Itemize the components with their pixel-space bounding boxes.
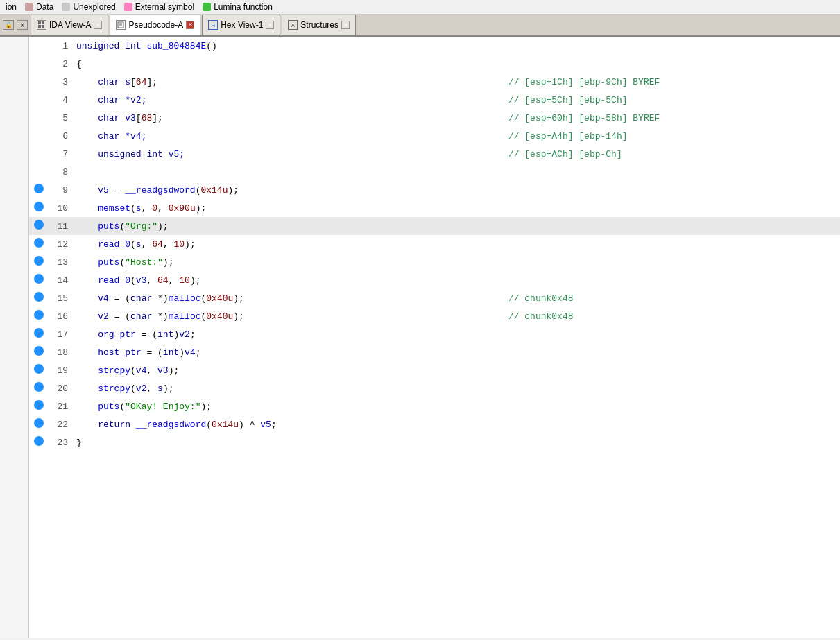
win-btn-close[interactable]: ✕ (17, 20, 28, 30)
code-token: ( (130, 383, 136, 394)
bp-cell[interactable] (29, 127, 49, 145)
code-token: } (76, 438, 82, 448)
svg-rect-0 (38, 21, 41, 24)
bp-cell[interactable] (29, 217, 49, 235)
code-cell[interactable]: { (74, 55, 481, 73)
tab-close-struct[interactable]: ✕ (341, 21, 350, 29)
tab-structures[interactable]: A Structures ✕ (282, 15, 356, 35)
breakpoint-dot (34, 346, 44, 356)
table-row: 3 char s[64];// [esp+1Ch] [ebp-9Ch] BYRE… (29, 73, 840, 91)
bp-cell[interactable] (29, 433, 49, 451)
code-token: s (136, 203, 142, 214)
code-token (76, 257, 98, 268)
bp-cell[interactable] (29, 37, 49, 55)
tab-close-hex[interactable]: ✕ (266, 21, 274, 29)
code-cell[interactable]: org_ptr = (int)v2; (74, 325, 481, 343)
code-cell[interactable]: char v3[68]; (74, 109, 481, 127)
bp-cell[interactable] (29, 253, 49, 271)
code-cell[interactable]: puts("Org:"); (74, 217, 481, 235)
code-token: ( (130, 275, 136, 286)
code-cell[interactable]: strcpy(v4, v3); (74, 361, 481, 379)
bp-cell[interactable] (29, 307, 49, 325)
code-cell[interactable]: host_ptr = (int)v4; (74, 343, 481, 361)
code-token: ); (190, 275, 201, 286)
code-token: __readgsdword (136, 420, 206, 430)
bp-cell[interactable] (29, 55, 49, 73)
line-number: 3 (49, 73, 74, 91)
bp-cell[interactable] (29, 91, 49, 109)
code-cell[interactable]: v2 = (char *)malloc(0x40u); (74, 307, 481, 325)
bp-cell[interactable] (29, 343, 49, 361)
tab-ida-view-a[interactable]: IDA View-A ✕ (31, 15, 108, 35)
code-cell[interactable]: puts("OKay! Enjoy:"); (74, 397, 481, 415)
bp-cell[interactable] (29, 397, 49, 415)
code-cell[interactable]: char s[64]; (74, 73, 481, 91)
table-row: 8 (29, 163, 840, 181)
code-token: ( (130, 239, 136, 250)
bp-cell[interactable] (29, 163, 49, 181)
code-token: ( (206, 420, 212, 430)
code-token (76, 293, 98, 304)
bp-cell[interactable] (29, 235, 49, 253)
code-cell[interactable] (74, 163, 481, 181)
code-token (76, 239, 98, 250)
code-cell[interactable]: } (74, 433, 481, 451)
bp-cell[interactable] (29, 361, 49, 379)
code-area[interactable]: 1unsigned int sub_804884E()2{3 char s[64… (29, 37, 840, 638)
bp-cell[interactable] (29, 199, 49, 217)
code-comment: // chunk0x48 (481, 289, 840, 307)
code-cell[interactable]: v4 = (char *)malloc(0x40u); (74, 289, 481, 307)
code-cell[interactable]: v5 = __readgsdword(0x14u); (74, 181, 481, 199)
legend-text-lumina: Lumina function (214, 2, 273, 12)
code-token: 68 (142, 113, 153, 123)
bp-cell[interactable] (29, 325, 49, 343)
bp-cell[interactable] (29, 145, 49, 163)
code-token: 64 (157, 275, 169, 286)
table-row: 1unsigned int sub_804884E() (29, 37, 840, 55)
code-token: ; (271, 420, 277, 430)
win-btn-lock[interactable]: 🔒 (3, 20, 14, 30)
bp-cell[interactable] (29, 73, 49, 91)
bp-cell[interactable] (29, 289, 49, 307)
code-cell[interactable]: return __readgsdword(0x14u) ^ v5; (74, 415, 481, 433)
code-cell[interactable]: puts("Host:"); (74, 253, 481, 271)
tab-close-pseudo[interactable]: ✕ (186, 21, 194, 29)
bp-cell[interactable] (29, 415, 49, 433)
code-token: v3 (157, 365, 169, 376)
code-token: v5; (163, 149, 185, 159)
code-token: ); (169, 365, 180, 376)
breakpoint-dot (34, 238, 44, 248)
bp-cell[interactable] (29, 379, 49, 397)
code-token (76, 95, 98, 105)
tab-pseudocode-a[interactable]: Pseudocode-A ✕ (110, 15, 200, 35)
code-cell[interactable]: read_0(v3, 64, 10); (74, 271, 481, 289)
code-token: v5 (260, 420, 271, 430)
code-cell[interactable]: unsigned int sub_804884E() (74, 37, 481, 55)
code-token (76, 401, 98, 412)
line-number: 18 (49, 343, 74, 361)
code-cell[interactable]: memset(s, 0, 0x90u); (74, 199, 481, 217)
bp-cell[interactable] (29, 109, 49, 127)
code-cell[interactable]: strcpy(v2, s); (74, 379, 481, 397)
code-cell[interactable]: unsigned int v5; (74, 145, 481, 163)
line-number: 19 (49, 361, 74, 379)
code-token: ( (130, 365, 136, 376)
tab-hex-view-1[interactable]: H Hex View-1 ✕ (202, 15, 280, 35)
code-token: char (130, 311, 152, 322)
bp-cell[interactable] (29, 181, 49, 199)
code-token: = ( (109, 311, 130, 322)
code-token: ); (196, 203, 207, 214)
empty-cell (481, 361, 840, 379)
bp-cell[interactable] (29, 271, 49, 289)
code-token: [ (136, 113, 142, 123)
code-cell[interactable]: char *v2; (74, 91, 481, 109)
code-token: { (76, 59, 82, 69)
tab-close-ida[interactable]: ✕ (94, 21, 102, 29)
code-token: [ (130, 77, 136, 87)
empty-cell (481, 199, 840, 217)
code-token: host_ptr (98, 347, 141, 358)
code-token: ) ^ (239, 420, 260, 430)
code-cell[interactable]: read_0(s, 64, 10); (74, 235, 481, 253)
code-token: s (157, 383, 163, 394)
code-cell[interactable]: char *v4; (74, 127, 481, 145)
